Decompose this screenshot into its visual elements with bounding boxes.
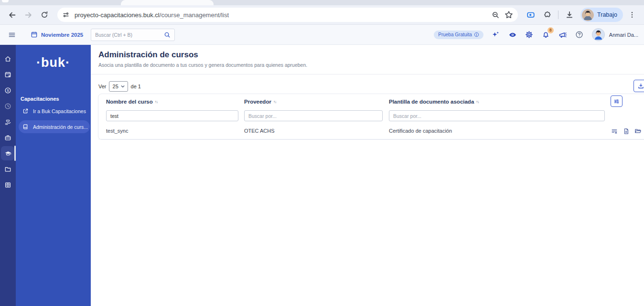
browser-tab-strip	[0, 0, 644, 5]
list-x-icon	[611, 128, 618, 135]
user-name[interactable]: Anmari Da...	[609, 32, 638, 38]
trial-label: Prueba Gratuita	[438, 32, 472, 37]
browser-menu-button[interactable]	[625, 8, 639, 22]
global-search-input[interactable]	[95, 32, 164, 38]
trial-badge[interactable]: Prueba Gratuita	[434, 31, 483, 39]
filter-row	[98, 109, 644, 124]
back-button[interactable]	[5, 8, 19, 22]
rail-item-calendar[interactable]	[0, 67, 16, 83]
cell-proveedor: OTEC ACHS	[244, 128, 275, 134]
remove-association-button[interactable]	[611, 127, 618, 135]
filter-plantilla-input[interactable]	[389, 110, 605, 121]
help-button[interactable]	[575, 31, 584, 39]
announcements-button[interactable]	[558, 31, 567, 39]
period-selector[interactable]: Noviembre 2025	[31, 31, 83, 38]
toolbar-divider	[558, 11, 558, 19]
notification-count-badge: 8	[547, 27, 554, 33]
sidebar-toggle-button[interactable]	[6, 29, 18, 41]
back-icon	[8, 11, 16, 19]
sort-icon[interactable]: ↑↓	[155, 100, 158, 104]
column-header-nombre[interactable]: Nombre del curso ↑↓	[106, 99, 158, 105]
visibility-button[interactable]	[508, 31, 517, 39]
info-icon	[474, 32, 479, 37]
page-subtitle: Asocia una plantilla de documento a tus …	[98, 62, 644, 68]
page-title: Administración de cursos	[98, 50, 644, 60]
active-browser-tab[interactable]	[121, 0, 214, 5]
briefcase-icon	[4, 134, 11, 141]
header-divider	[91, 74, 644, 74]
media-controls-button[interactable]	[524, 8, 538, 22]
view-documents-button[interactable]	[634, 127, 642, 135]
forward-icon	[24, 11, 32, 19]
calendar-icon	[4, 71, 11, 78]
filter-proveedor-input[interactable]	[244, 110, 383, 121]
filter-nombre-input[interactable]	[106, 110, 238, 121]
graduation-cap-icon	[4, 150, 12, 158]
browser-profile-button[interactable]: Trabajo	[580, 8, 623, 22]
sidebar-icon-rail: $	[0, 45, 16, 306]
pagination-row: Ver 25 de 1	[98, 81, 644, 92]
url-text: proyecto-capacitaciones.buk.cl/course_ma…	[75, 11, 492, 19]
notifications-button[interactable]: 8	[542, 31, 550, 39]
rail-item-archive[interactable]	[0, 177, 16, 193]
browser-profile-avatar	[582, 9, 594, 21]
forward-button[interactable]	[21, 8, 35, 22]
rail-item-benefits[interactable]	[0, 114, 16, 130]
zoom-out-icon[interactable]	[492, 11, 500, 19]
reload-button[interactable]	[37, 8, 52, 22]
settings-button[interactable]	[525, 31, 534, 39]
global-search[interactable]	[91, 29, 175, 41]
download-tray-icon	[637, 83, 644, 90]
page-size-select[interactable]: 25	[109, 81, 128, 92]
page-size-value: 25	[113, 84, 118, 89]
document-icon	[623, 128, 630, 135]
tab-fragment	[2, 0, 9, 2]
of-label: de 1	[131, 84, 141, 89]
sidebar-section-title: Capacitaciones	[21, 96, 91, 102]
downloads-button[interactable]	[562, 8, 577, 22]
site-settings-icon[interactable]	[62, 11, 70, 19]
assistant-button[interactable]	[492, 31, 500, 39]
sidebar-item-administracion-de-cursos[interactable]: Administración de curs...	[19, 120, 90, 133]
home-icon	[4, 55, 11, 63]
calendar-icon	[31, 31, 38, 38]
period-label: Noviembre 2025	[41, 32, 83, 38]
rail-item-training[interactable]	[0, 146, 16, 161]
chevron-down-icon	[120, 84, 125, 89]
search-icon[interactable]	[164, 32, 171, 38]
gear-icon	[525, 31, 533, 39]
bookmark-star-icon[interactable]	[504, 11, 513, 19]
svg-text:$: $	[7, 88, 9, 93]
export-download-button[interactable]	[633, 80, 644, 92]
column-header-proveedor[interactable]: Proveedor ↑↓	[244, 99, 276, 105]
book-icon	[22, 124, 29, 130]
hamburger-icon	[8, 31, 16, 39]
sort-icon[interactable]: ↑↓	[476, 100, 479, 104]
column-header-plantilla[interactable]: Plantilla de documento asociada ↑↓	[389, 99, 479, 105]
extensions-button[interactable]	[540, 8, 554, 22]
clock-icon	[4, 103, 11, 110]
rail-item-talent[interactable]	[0, 130, 16, 146]
address-bar[interactable]: proyecto-capacitaciones.buk.cl/course_ma…	[57, 8, 518, 22]
table-row[interactable]: test_sync OTEC ACHS Certificado de capac…	[98, 124, 644, 139]
rail-item-documents[interactable]	[0, 161, 16, 177]
kebab-menu-icon	[628, 11, 636, 19]
sort-icon[interactable]: ↑↓	[273, 100, 276, 104]
sidebar-item-label: Administración de curs...	[33, 124, 88, 130]
rail-item-payroll[interactable]: $	[0, 83, 16, 98]
user-avatar[interactable]	[592, 28, 605, 41]
cell-nombre: test_sync	[106, 128, 128, 134]
courses-table: Nombre del curso ↑↓ Proveedor ↑↓ Plantil…	[98, 94, 644, 140]
row-actions	[611, 127, 642, 135]
column-settings-button[interactable]	[611, 95, 623, 107]
sidebar-item-label: Ir a Buk Capacitaciones	[33, 108, 86, 114]
profile-label: Trabajo	[597, 11, 617, 18]
reload-icon	[41, 11, 48, 19]
app-topbar: Noviembre 2025 Prueba Gratuita 8 Anma	[0, 25, 644, 45]
buk-logo: ·buk·	[16, 55, 91, 70]
generate-document-button[interactable]	[623, 127, 630, 135]
sidebar-item-ir-a-buk-capacitaciones[interactable]: Ir a Buk Capacitaciones	[19, 105, 90, 117]
cell-plantilla: Certificado de capacitación	[389, 128, 452, 134]
rail-item-home[interactable]	[0, 51, 16, 67]
rail-item-time[interactable]	[0, 98, 16, 114]
